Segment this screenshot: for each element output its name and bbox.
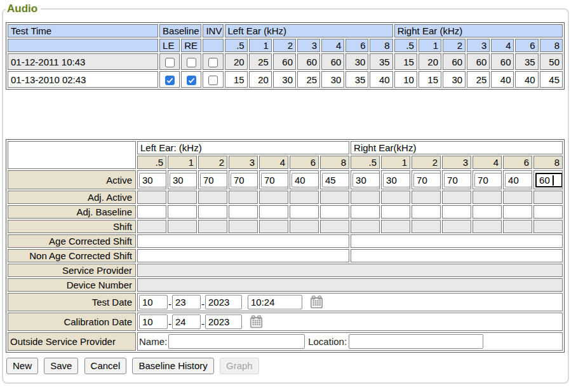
freq-header: 1 (381, 156, 410, 169)
shift-cell (351, 220, 380, 233)
adj-baseline-cell (412, 205, 441, 219)
freq-header: 1 (419, 39, 441, 52)
calibration-date-month-input[interactable] (139, 314, 168, 329)
active-right-2-input[interactable] (413, 173, 441, 187)
freq-header: 2 (443, 39, 466, 52)
outside-provider-location-input[interactable] (349, 334, 483, 349)
active-left-8-input[interactable] (322, 173, 349, 187)
baseline-history-button[interactable]: Baseline History (132, 358, 213, 374)
header-empty-cell (8, 39, 158, 52)
calibration-date-year-input[interactable] (205, 314, 242, 329)
freq-header: 2 (273, 39, 296, 52)
date-separator: - (201, 318, 204, 329)
active-right-4-input[interactable] (474, 173, 502, 187)
value-cell: 35 (370, 53, 392, 70)
active-left-3-input[interactable] (231, 173, 258, 187)
adj-baseline-cell (168, 205, 197, 219)
adj-active-cell (137, 191, 166, 204)
calibration-date-calendar-icon[interactable] (250, 315, 263, 328)
service-provider-row-label: Service Provider (8, 264, 136, 277)
value-cell: 20 (225, 53, 248, 70)
row1-baseline-re-checkbox[interactable] (187, 76, 196, 85)
value-cell: 40 (370, 71, 392, 88)
name-label: Name: (139, 336, 167, 347)
active-right-1-input[interactable] (383, 173, 410, 187)
row0-inv-checkbox[interactable] (208, 58, 218, 67)
value-cell: 35 (345, 71, 368, 88)
shift-cell (198, 220, 227, 233)
value-cell: 30 (443, 71, 466, 88)
active-right-3-input[interactable] (444, 173, 471, 187)
active-left-1-input[interactable] (170, 173, 197, 187)
value-cell: 45 (540, 71, 563, 88)
freq-header: 8 (540, 39, 563, 52)
adj-active-cell (229, 191, 258, 204)
row1-inv-checkbox[interactable] (208, 76, 218, 85)
service-provider-value-cell (137, 264, 563, 277)
freq-header: 1 (168, 156, 197, 169)
age-corrected-shift-right-cell (351, 234, 563, 248)
freq-header: 1 (249, 39, 272, 52)
graph-button: Graph (220, 358, 259, 374)
new-button[interactable]: New (6, 358, 38, 374)
active-right-8-input[interactable] (535, 173, 563, 187)
header-left-ear: Left Ear (kHz) (225, 24, 393, 37)
cancel-button[interactable]: Cancel (84, 358, 127, 374)
row0-baseline-le-checkbox[interactable] (165, 58, 175, 67)
test-date-month-input[interactable] (139, 295, 168, 309)
active-left-05-input[interactable] (139, 173, 166, 187)
active-right-6-input[interactable] (505, 173, 532, 187)
row1-baseline-le-checkbox[interactable] (165, 76, 175, 85)
freq-header: 6 (503, 156, 532, 169)
row0-baseline-re-checkbox[interactable] (187, 58, 196, 67)
test-date-day-input[interactable] (172, 295, 201, 309)
adj-active-row-label: Adj. Active (8, 191, 136, 204)
header-le: LE (159, 39, 180, 52)
adj-baseline-cell (259, 205, 288, 219)
value-cell: 30 (321, 71, 344, 88)
freq-header: 3 (229, 156, 258, 169)
adj-baseline-cell (533, 205, 563, 219)
value-cell: 15 (225, 71, 248, 88)
shift-row-label: Shift (8, 220, 136, 233)
test-date-calendar-icon[interactable] (310, 295, 323, 309)
adj-baseline-cell (290, 205, 319, 219)
active-right-05-input[interactable] (352, 173, 380, 187)
non-age-corrected-shift-row-label: Non Age Corrected Shift (8, 249, 136, 262)
value-cell: 60 (467, 53, 490, 70)
outside-service-provider-row-label: Outside Service Provider (8, 332, 136, 351)
adj-baseline-cell (198, 205, 227, 219)
adj-baseline-cell (442, 205, 471, 219)
active-left-6-input[interactable] (292, 173, 319, 187)
device-number-row-label: Device Number (8, 278, 136, 292)
value-cell: 25 (467, 71, 490, 88)
adj-active-cell (168, 191, 197, 204)
freq-header: 4 (321, 39, 344, 52)
adj-baseline-cell (229, 205, 258, 219)
adj-active-cell (503, 191, 532, 204)
value-cell: 10 (394, 71, 417, 88)
entry-left-ear-header: Left Ear: (kHz) (137, 141, 349, 154)
adj-baseline-cell (351, 205, 380, 219)
shift-cell (137, 220, 166, 233)
active-left-4-input[interactable] (261, 173, 288, 187)
shift-cell (290, 220, 319, 233)
test-date-time-input[interactable] (248, 295, 302, 309)
freq-header: .5 (137, 156, 166, 169)
audio-history-table: Test Time Baseline INV Left Ear (kHz) Ri… (6, 22, 565, 90)
value-cell: 60 (321, 53, 344, 70)
freq-header: 4 (491, 39, 514, 52)
adj-active-cell (442, 191, 471, 204)
calibration-date-day-input[interactable] (172, 314, 201, 329)
adj-active-cell (198, 191, 227, 204)
active-left-2-input[interactable] (200, 173, 227, 187)
test-date-year-input[interactable] (205, 295, 242, 309)
shift-cell (412, 220, 441, 233)
adj-active-cell (412, 191, 441, 204)
adj-active-cell (320, 191, 349, 204)
header-baseline: Baseline (159, 24, 201, 37)
outside-provider-name-input[interactable] (168, 334, 305, 349)
audio-section: Audio Test Time Baseline INV Left Ear (k… (2, 3, 569, 384)
save-button[interactable]: Save (44, 358, 78, 374)
freq-header: 4 (472, 156, 502, 169)
